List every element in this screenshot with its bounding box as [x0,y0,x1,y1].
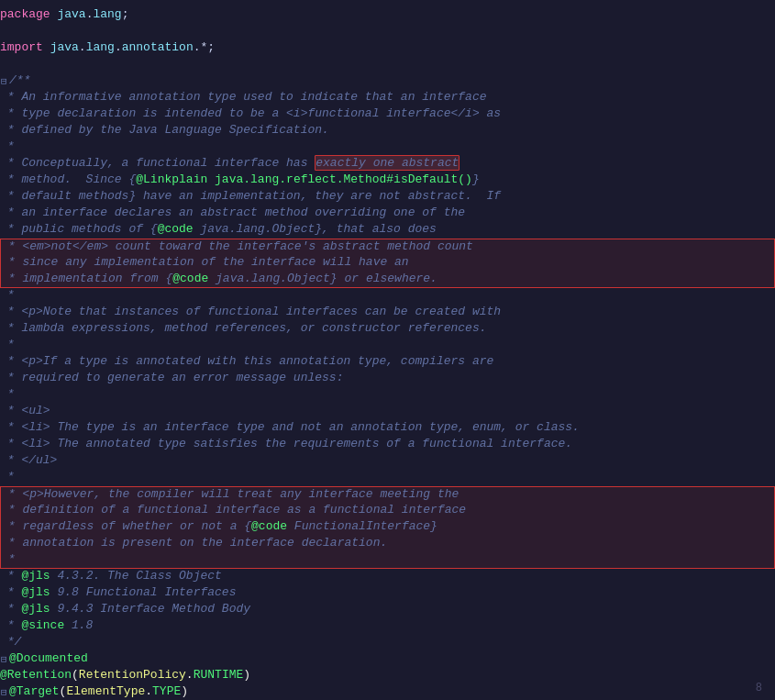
line-hl2-3: * implementation from {@code java.lang.O… [0,272,775,288]
line-comment-18: * </ul> [0,453,775,470]
line-javadoc-end: */ [0,635,775,651]
highlight-exactly-one-abstract: exactly one abstract [315,155,459,171]
page-number: 8 [756,682,762,694]
line-1: package java.lang; [0,7,775,24]
line-hl2-2: * since any implementation of the interf… [0,255,775,272]
fold-marker-2[interactable]: ⊟ [1,653,7,665]
line-comment-3: * defined by the Java Language Specifica… [0,123,775,139]
line-jls-3: * @jls 9.4.3 Interface Method Body [0,602,775,618]
line-hl3-3: * regardless of whether or not a {@code … [0,519,775,536]
line-hl3-4: * annotation is present on the interface… [0,536,775,552]
line-javadoc-start: ⊟ /** [0,73,775,90]
line-comment-9: * <p>Note that instances of functional i… [0,305,775,321]
line-hl3-end: * [0,552,775,569]
line-hl1-1: * Conceptually, a functional interface h… [0,156,775,172]
line-blank-2 [0,57,775,73]
line-comment-19: * [0,470,775,486]
line-comment-14: * [0,387,775,404]
line-comment-11: * [0,338,775,354]
fold-marker-3[interactable]: ⊟ [1,686,7,698]
line-3: import java.lang.annotation.*; [0,40,775,57]
line-comment-10: * lambda expressions, method references,… [0,321,775,338]
line-jls-2: * @jls 9.8 Functional Interfaces [0,585,775,602]
line-comment-5: * default methods} have an implementatio… [0,189,775,206]
line-hl3-1: * <p>However, the compiler will treat an… [0,486,775,503]
line-annotation-target: ⊟ @Target(ElementType.TYPE) [0,684,775,700]
line-blank-1 [0,24,775,40]
line-annotation-retention: @Retention(RetentionPolicy.RUNTIME) [0,668,775,684]
line-comment-2: * type declaration is intended to be a <… [0,106,775,123]
line-comment-8: * [0,288,775,305]
line-comment-4: * [0,139,775,156]
line-comment-12: * <p>If a type is annotated with this an… [0,354,775,371]
line-comment-1: * An informative annotation type used to… [0,90,775,106]
line-comment-6: * an interface declares an abstract meth… [0,206,775,222]
line-hl1-2: * method. Since {@Linkplain java.lang.re… [0,172,775,189]
line-hl2-1: * <em>not</em> count toward the interfac… [0,239,775,255]
fold-marker-1[interactable]: ⊟ [1,75,7,87]
line-hl3-2: * definition of a functional interface a… [0,503,775,519]
line-comment-16: * <li> The type is an interface type and… [0,420,775,437]
line-comment-7: * public methods of {@code java.lang.Obj… [0,222,775,239]
line-jls-1: * @jls 4.3.2. The Class Object [0,569,775,585]
line-comment-13: * required to generate an error message … [0,371,775,387]
code-editor: package java.lang; import java.lang.anno… [0,0,775,700]
line-comment-15: * <ul> [0,404,775,420]
line-comment-17: * <li> The annotated type satisfies the … [0,437,775,453]
line-since: * @since 1.8 [0,618,775,635]
line-annotation-documented: ⊟ @Documented [0,651,775,668]
